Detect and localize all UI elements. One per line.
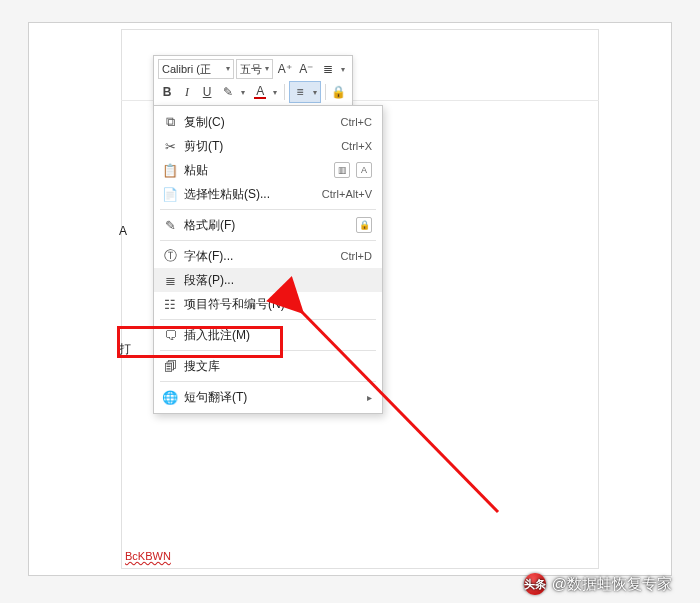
bullets-icon: ≣ bbox=[318, 59, 338, 79]
submenu-arrow-icon: ▸ bbox=[361, 392, 372, 403]
increase-font-button[interactable]: A⁺ bbox=[275, 59, 294, 79]
menu-search-library[interactable]: 🗐 搜文库 bbox=[154, 354, 382, 378]
menu-paste-special[interactable]: 📄 选择性粘贴(S)... Ctrl+Alt+V bbox=[154, 182, 382, 206]
menu-format-painter[interactable]: ✎ 格式刷(F) 🔒 bbox=[154, 213, 382, 237]
comment-icon: 🗨 bbox=[160, 325, 180, 345]
credit-text: @数据蛙恢复专家 bbox=[552, 575, 672, 594]
chevron-down-icon: ▾ bbox=[238, 82, 248, 102]
italic-button[interactable]: I bbox=[178, 82, 196, 102]
format-lock-icon[interactable]: 🔒 bbox=[356, 217, 372, 233]
chevron-down-icon: ▾ bbox=[310, 82, 320, 102]
menu-separator bbox=[160, 350, 376, 351]
font-color-icon: A bbox=[250, 82, 270, 102]
menu-paragraph[interactable]: ≣ 段落(P)... bbox=[154, 268, 382, 292]
decrease-font-button[interactable]: A⁻ bbox=[297, 59, 316, 79]
menu-separator bbox=[160, 381, 376, 382]
bullets-icon: ☷ bbox=[160, 294, 180, 314]
menu-bullets-numbering[interactable]: ☷ 项目符号和编号(N)... bbox=[154, 292, 382, 316]
chevron-down-icon: ▾ bbox=[226, 60, 230, 78]
watermark-credit: 头条 @数据蛙恢复专家 bbox=[524, 573, 672, 595]
chevron-down-icon: ▾ bbox=[265, 60, 269, 78]
paste-special-icon: 📄 bbox=[160, 184, 180, 204]
page-bottom-label: BcKBWN bbox=[122, 550, 171, 562]
search-library-icon: 🗐 bbox=[160, 356, 180, 376]
menu-cut[interactable]: ✂ 剪切(T) Ctrl+X bbox=[154, 134, 382, 158]
font-color-dropdown[interactable]: A ▾ bbox=[250, 82, 280, 102]
mini-toolbar: Calibri (正 ▾ 五号 ▾ A⁺ A⁻ ≣ ▾ B I U ✎ ▾ A bbox=[153, 55, 353, 107]
menu-insert-comment[interactable]: 🗨 插入批注(M) bbox=[154, 323, 382, 347]
format-lock-button[interactable]: 🔒 bbox=[330, 82, 348, 102]
app-frame: BcKBWN Calibri (正 ▾ 五号 ▾ A⁺ A⁻ ≣ ▾ B I U bbox=[28, 22, 672, 576]
font-size-dropdown[interactable]: 五号 ▾ bbox=[236, 59, 273, 79]
menu-separator bbox=[160, 240, 376, 241]
translate-icon: 🌐 bbox=[160, 387, 180, 407]
font-size-value: 五号 bbox=[240, 60, 262, 78]
highlight-icon: ✎ bbox=[218, 82, 238, 102]
menu-separator bbox=[160, 319, 376, 320]
line-spacing-icon: ≡ bbox=[290, 82, 310, 102]
menu-font[interactable]: Ⓣ 字体(F)... Ctrl+D bbox=[154, 244, 382, 268]
font-name-dropdown[interactable]: Calibri (正 ▾ bbox=[158, 59, 234, 79]
line-spacing-dropdown[interactable]: ≡ ▾ bbox=[289, 81, 321, 103]
menu-copy[interactable]: ⧉ 复制(C) Ctrl+C bbox=[154, 110, 382, 134]
cut-icon: ✂ bbox=[160, 136, 180, 156]
bold-button[interactable]: B bbox=[158, 82, 176, 102]
font-icon: Ⓣ bbox=[160, 246, 180, 266]
margin-glyph: A bbox=[119, 224, 127, 238]
paste-option-icon[interactable]: ▥ bbox=[334, 162, 350, 178]
paste-icon: 📋 bbox=[160, 160, 180, 180]
format-painter-icon: ✎ bbox=[160, 215, 180, 235]
separator bbox=[325, 84, 326, 100]
chevron-down-icon: ▾ bbox=[338, 59, 348, 79]
menu-paste[interactable]: 📋 粘贴 ▥ A bbox=[154, 158, 382, 182]
paragraph-icon: ≣ bbox=[160, 270, 180, 290]
separator bbox=[284, 84, 285, 100]
copy-icon: ⧉ bbox=[160, 112, 180, 132]
context-menu: ⧉ 复制(C) Ctrl+C ✂ 剪切(T) Ctrl+X 📋 粘贴 ▥ A 📄… bbox=[153, 105, 383, 414]
chevron-down-icon: ▾ bbox=[270, 82, 280, 102]
paste-option-text-icon[interactable]: A bbox=[356, 162, 372, 178]
highlight-dropdown[interactable]: ✎ ▾ bbox=[218, 82, 248, 102]
toutiao-logo-icon: 头条 bbox=[524, 573, 546, 595]
underline-button[interactable]: U bbox=[198, 82, 216, 102]
menu-separator bbox=[160, 209, 376, 210]
margin-glyph: 打 bbox=[119, 341, 131, 358]
font-name-value: Calibri (正 bbox=[162, 60, 211, 78]
menu-translate[interactable]: 🌐 短句翻译(T) ▸ bbox=[154, 385, 382, 409]
bullets-dropdown[interactable]: ≣ ▾ bbox=[318, 59, 348, 79]
